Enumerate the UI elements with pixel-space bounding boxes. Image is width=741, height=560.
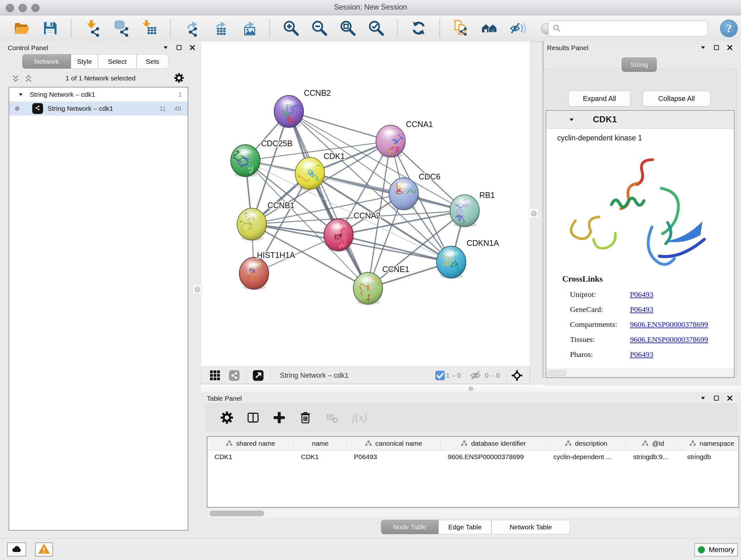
help-button[interactable]: ? <box>720 19 738 37</box>
open-session-button[interactable] <box>13 19 30 37</box>
table-panel-float-icon[interactable] <box>713 395 720 401</box>
node-HIST1H1A[interactable] <box>239 257 269 290</box>
control-panel-close-icon[interactable] <box>189 44 196 51</box>
import-network-from-database-button[interactable] <box>112 19 130 37</box>
node-CDC25B[interactable] <box>231 145 260 177</box>
show-columns-button[interactable] <box>246 411 260 425</box>
node-CCNA1[interactable] <box>376 125 405 161</box>
memory-button[interactable]: Memory <box>694 543 738 557</box>
network-graph[interactable]: CCNB2CCNA1CDC25BCDK1CDC6RB1CCNB1CCNA2CDK… <box>201 42 530 367</box>
results-hscrollbar[interactable] <box>546 368 734 377</box>
edge-CCNB2-CCNA1[interactable] <box>289 111 391 141</box>
cell-namespace[interactable]: stringdb <box>680 450 739 463</box>
tab-string[interactable]: String <box>622 57 657 72</box>
tab-edge-table[interactable]: Edge Table <box>439 520 491 534</box>
table-hscrollbar[interactable] <box>207 509 739 517</box>
table-hscroll-thumb[interactable] <box>209 510 264 516</box>
cell-database-identifier[interactable]: 9606.ENSP00000378699 <box>441 450 546 463</box>
save-session-button[interactable] <box>41 19 59 37</box>
hidden-eye-icon[interactable] <box>469 369 482 381</box>
network-row[interactable]: String Network – cdk1 11 48 <box>9 102 188 116</box>
cell-description[interactable]: cyclin-dependent ... <box>546 450 626 463</box>
network-canvas[interactable]: CCNB2CCNA1CDC25BCDK1CDC6RB1CCNB1CCNA2CDK… <box>201 42 530 367</box>
network-view-title: String Network – cdk1 <box>280 371 434 380</box>
hide-enhanced-labels-button[interactable] <box>509 19 527 37</box>
control-panel-float-icon[interactable] <box>176 44 183 51</box>
network-from-file-button[interactable] <box>452 19 470 37</box>
zoom-fit-button[interactable] <box>339 19 357 37</box>
table-panel-close-icon[interactable] <box>726 395 733 401</box>
node-CCNB1[interactable] <box>237 208 266 241</box>
crosslink-link[interactable]: P06493 <box>630 290 653 299</box>
edge-CCNA2-CDKN1A[interactable] <box>339 235 451 262</box>
expand-all-button[interactable]: Expand All <box>568 91 630 107</box>
create-column-button[interactable] <box>272 411 286 425</box>
edge-CCNB2-CCNE1[interactable] <box>289 111 368 288</box>
search-input[interactable] <box>564 21 703 35</box>
splitter-grip[interactable] <box>468 386 473 391</box>
import-table-from-file-button[interactable] <box>140 19 158 37</box>
collection-expand-icon[interactable] <box>17 91 24 98</box>
table-settings-button[interactable] <box>220 411 234 425</box>
tab-network-table[interactable]: Network Table <box>491 520 570 534</box>
open-in-window-icon[interactable] <box>252 369 264 381</box>
import-network-from-file-button[interactable] <box>84 19 102 37</box>
crosslink-link[interactable]: 9606.ENSP00000378699 <box>630 335 708 344</box>
refresh-button[interactable] <box>410 19 428 37</box>
selected-checkbox-icon[interactable] <box>434 369 443 381</box>
zoom-selected-button[interactable] <box>367 19 385 37</box>
cell-canonical-name[interactable]: P06493 <box>347 450 441 463</box>
export-network-button[interactable] <box>183 19 201 37</box>
tab-network[interactable]: Network <box>22 54 71 69</box>
tab-sets[interactable]: Sets <box>137 54 169 69</box>
export-image-button[interactable] <box>240 19 258 37</box>
table-row[interactable]: CDK1CDK1P064939606.ENSP00000378699cyclin… <box>207 450 738 463</box>
network-options-gear-icon[interactable] <box>174 72 185 83</box>
node-label-HIST1H1A: HIST1H1A <box>257 251 295 260</box>
crosslink-link[interactable]: P06493 <box>630 350 653 359</box>
left-splitter-handle[interactable] <box>192 285 202 294</box>
node-CDC6[interactable] <box>389 178 423 210</box>
results-hscroll-thumb[interactable] <box>547 370 566 376</box>
column-header-@id[interactable]: @id <box>626 437 680 450</box>
cell-name[interactable]: CDK1 <box>294 450 347 463</box>
results-panel-float-icon[interactable] <box>713 44 720 51</box>
zoom-out-button[interactable] <box>311 19 328 37</box>
column-header-canonical-name[interactable]: canonical name <box>347 437 441 450</box>
tab-node-table[interactable]: Node Table <box>381 520 439 534</box>
right-splitter-handle[interactable] <box>529 208 538 218</box>
fit-selected-crosshair-icon[interactable] <box>511 369 523 381</box>
protein-card-collapse-icon[interactable] <box>568 116 575 123</box>
network-collection-row[interactable]: String Network – cdk1 1 <box>9 87 188 102</box>
delete-column-button[interactable] <box>298 411 313 425</box>
function-builder-button[interactable]: f(x) <box>351 411 378 425</box>
results-panel-close-icon[interactable] <box>726 44 733 51</box>
crosslink-link[interactable]: P06493 <box>630 305 653 314</box>
collapse-all-button[interactable]: Collapse All <box>643 91 711 107</box>
results-panel-collapse-icon[interactable] <box>699 44 706 51</box>
delete-table-button[interactable] <box>325 411 339 425</box>
warnings-button[interactable] <box>35 543 53 557</box>
protein-card-header[interactable]: CDK1 <box>546 111 734 129</box>
string-protein-query-button[interactable] <box>481 19 498 37</box>
zoom-in-button[interactable] <box>282 19 300 37</box>
cloud-status-button[interactable] <box>7 543 26 557</box>
table-panel-collapse-icon[interactable] <box>699 395 706 401</box>
crosslink-link[interactable]: 9606.ENSP00000378699 <box>630 320 708 329</box>
node-RB1[interactable] <box>450 195 479 227</box>
tab-style[interactable]: Style <box>71 54 98 69</box>
column-header-description[interactable]: description <box>546 437 626 450</box>
column-header-namespace[interactable]: namespace <box>680 437 739 450</box>
tab-select[interactable]: Select <box>98 54 137 69</box>
birdseye-grid-icon[interactable] <box>209 369 221 381</box>
cell-shared-name[interactable]: CDK1 <box>207 450 294 463</box>
control-panel-collapse-icon[interactable] <box>162 44 169 51</box>
column-header-name[interactable]: name <box>294 437 347 450</box>
export-table-button[interactable] <box>211 19 229 37</box>
node-CDKN1A[interactable] <box>436 246 466 279</box>
column-header-shared-name[interactable]: shared name <box>207 437 294 450</box>
node-CCNE1[interactable] <box>353 272 383 307</box>
column-header-database-identifier[interactable]: database identifier <box>441 437 546 450</box>
cell-@id[interactable]: stringdb:9... <box>626 450 680 463</box>
node-CCNA2[interactable] <box>324 219 353 252</box>
